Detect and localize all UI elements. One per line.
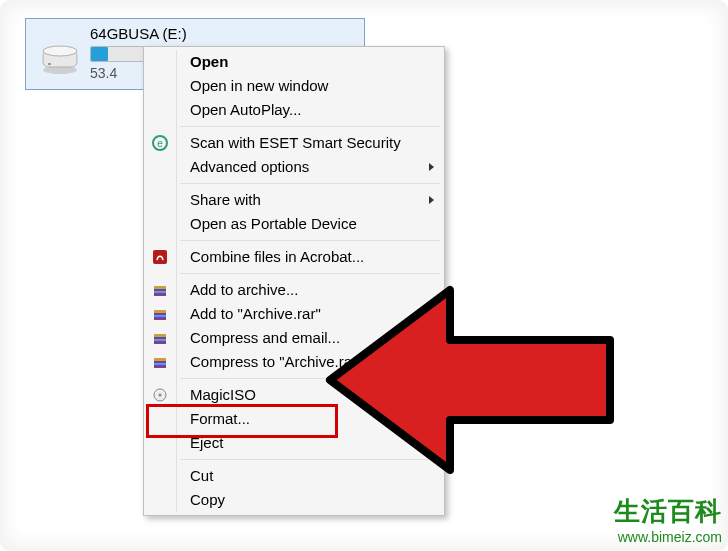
menu-item-label: Advanced options xyxy=(190,158,309,175)
menu-item-label: Add to "Archive.rar" xyxy=(190,305,321,322)
menu-item-label: Copy xyxy=(190,491,225,508)
svg-rect-12 xyxy=(154,315,166,317)
eset-icon: e xyxy=(152,134,170,152)
menu-separator xyxy=(180,378,440,379)
svg-rect-9 xyxy=(154,291,166,293)
magiciso-icon xyxy=(152,386,170,404)
menu-item-label: Eject xyxy=(190,434,223,451)
menu-item-open-autoplay[interactable]: Open AutoPlay... xyxy=(146,98,442,122)
menu-item-compress-to-archive-rar-and-email[interactable]: Compress to "Archive.rar" and email xyxy=(146,350,442,374)
svg-rect-17 xyxy=(154,358,166,361)
menu-item-eject[interactable]: Eject xyxy=(146,431,442,455)
menu-item-scan-with-eset-smart-security[interactable]: eScan with ESET Smart Security xyxy=(146,131,442,155)
menu-item-label: Add to archive... xyxy=(190,281,298,298)
watermark-title: 生活百科 xyxy=(614,494,722,529)
submenu-arrow-icon xyxy=(429,196,434,204)
svg-point-2 xyxy=(43,46,77,56)
menu-separator xyxy=(180,459,440,460)
svg-rect-8 xyxy=(154,286,166,289)
menu-item-label: Open AutoPlay... xyxy=(190,101,301,118)
menu-item-copy[interactable]: Copy xyxy=(146,488,442,512)
menu-item-label: Open xyxy=(190,53,228,70)
svg-point-20 xyxy=(159,394,162,397)
winrar-icon xyxy=(152,305,170,323)
menu-item-cut[interactable]: Cut xyxy=(146,464,442,488)
menu-item-label: Scan with ESET Smart Security xyxy=(190,134,401,151)
acrobat-icon xyxy=(152,248,170,266)
menu-item-advanced-options[interactable]: Advanced options xyxy=(146,155,442,179)
watermark-url: www.bimeiz.com xyxy=(614,529,722,545)
menu-separator xyxy=(180,126,440,127)
svg-text:e: e xyxy=(157,138,163,149)
context-menu: OpenOpen in new windowOpen AutoPlay...eS… xyxy=(143,46,445,516)
menu-item-add-to-archive-rar[interactable]: Add to "Archive.rar" xyxy=(146,302,442,326)
svg-rect-3 xyxy=(48,63,51,65)
svg-rect-18 xyxy=(154,363,166,365)
menu-item-label: MagicISO xyxy=(190,386,256,403)
submenu-arrow-icon xyxy=(429,391,434,399)
svg-rect-14 xyxy=(154,334,166,337)
menu-item-label: Compress to "Archive.rar" and email xyxy=(190,353,432,370)
menu-separator xyxy=(180,273,440,274)
drive-capacity-fill xyxy=(91,47,108,61)
winrar-icon xyxy=(152,353,170,371)
menu-separator xyxy=(180,183,440,184)
submenu-arrow-icon xyxy=(429,163,434,171)
drive-label: 64GBUSA (E:) xyxy=(90,25,354,42)
menu-item-label: Combine files in Acrobat... xyxy=(190,248,364,265)
menu-item-open-as-portable-device[interactable]: Open as Portable Device xyxy=(146,212,442,236)
winrar-icon xyxy=(152,281,170,299)
svg-rect-15 xyxy=(154,339,166,341)
menu-item-compress-and-email[interactable]: Compress and email... xyxy=(146,326,442,350)
menu-item-format[interactable]: Format... xyxy=(146,407,442,431)
svg-rect-11 xyxy=(154,310,166,313)
winrar-icon xyxy=(152,329,170,347)
menu-item-add-to-archive[interactable]: Add to archive... xyxy=(146,278,442,302)
menu-item-combine-files-in-acrobat[interactable]: Combine files in Acrobat... xyxy=(146,245,442,269)
menu-item-open-in-new-window[interactable]: Open in new window xyxy=(146,74,442,98)
drive-icon xyxy=(40,41,80,75)
menu-item-label: Share with xyxy=(190,191,261,208)
menu-item-share-with[interactable]: Share with xyxy=(146,188,442,212)
menu-item-label: Open as Portable Device xyxy=(190,215,357,232)
menu-item-open[interactable]: Open xyxy=(146,50,442,74)
menu-item-label: Compress and email... xyxy=(190,329,340,346)
menu-item-label: Cut xyxy=(190,467,213,484)
watermark: 生活百科 www.bimeiz.com xyxy=(614,494,722,545)
menu-item-label: Format... xyxy=(190,410,250,427)
menu-separator xyxy=(180,240,440,241)
menu-item-label: Open in new window xyxy=(190,77,328,94)
menu-item-magiciso[interactable]: MagicISO xyxy=(146,383,442,407)
